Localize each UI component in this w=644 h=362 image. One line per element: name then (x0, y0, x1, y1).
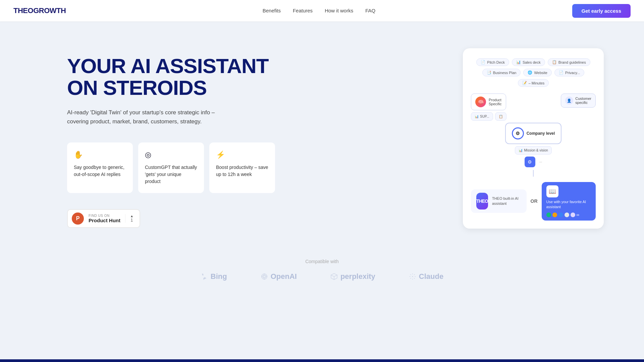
logo-growth: GROWTH (33, 6, 66, 15)
hero-right: 📄 Pitch Deck 📊 Sales deck 📋 Brand guidel… (463, 48, 604, 229)
ph-count: 1 (131, 218, 133, 223)
lightning-icon: ⚡ (216, 150, 268, 159)
hero-section: YOUR AI ASSISTANT ON STEROIDS AI-ready '… (0, 21, 644, 249)
feature-cards: ✋ Say goodbye to generic, out-of-scope A… (67, 142, 275, 193)
svg-point-1 (412, 276, 413, 277)
connector-line (533, 170, 534, 177)
get-early-access-button[interactable]: Get early access (572, 4, 631, 18)
claude-icon (409, 273, 416, 280)
chip-minutes: 📝 – Minutes (518, 79, 549, 87)
nav-links: Benefits Features How it works FAQ (263, 8, 375, 14)
ph-text: FIND US ON Product Hunt (89, 214, 120, 223)
ph-label: FIND US ON (89, 214, 120, 218)
theo-built-label: THEO built-in AI assistant (492, 196, 521, 206)
customer-specific-box: 👤 Customerspecific (561, 94, 596, 108)
theo-built-section: THEO THEO built-in AI assistant (471, 189, 527, 213)
bing-icon (201, 273, 208, 280)
or-divider: OR (529, 198, 539, 204)
ai-logos: ∞ (546, 213, 580, 217)
ph-upvote: ▲ 1 (125, 214, 133, 223)
perplexity-logo: perplexity (330, 272, 375, 281)
chip-business-plan: 📑 Business Plan (482, 69, 521, 76)
theo-section: THEO THEO built-in AI assistant OR 📖 Use… (471, 182, 596, 221)
hero-title: YOUR AI ASSISTANT ON STEROIDS (67, 55, 275, 99)
feature-text-1: CustomGPT that actually 'gets' your uniq… (145, 164, 197, 185)
company-icon: ⚙ (512, 127, 524, 139)
chip-brand-guidelines: 📋 Brand guidelines (548, 58, 590, 66)
feature-text-2: Boost productivity – save up to 12h a we… (216, 164, 268, 178)
compatible-label: Compatible with (0, 259, 644, 264)
logo: THEOGROWTH (13, 6, 66, 15)
feature-text-0: Say goodbye to generic, out-of-scope AI … (74, 164, 126, 178)
ai-dot-1 (546, 213, 551, 217)
sub-doc-1: 📊 SUP... (471, 112, 493, 121)
ai-dot-2 (552, 213, 557, 217)
product-specific-box: 🧠 ProductSpecific (471, 94, 506, 110)
navbar: THEOGROWTH Benefits Features How it work… (0, 0, 644, 21)
company-level-label: Company level (527, 131, 555, 136)
settings-icon: ⚙ (525, 157, 535, 167)
compatible-section: Compatible with Bing OpenAI (0, 249, 644, 301)
openai-icon (261, 273, 268, 280)
mission-vision-box: 📊 Mission & vision (515, 146, 552, 155)
openai-logo: OpenAI (261, 272, 297, 281)
feature-card-0: ✋ Say goodbye to generic, out-of-scope A… (67, 142, 133, 193)
claude-logo: Claude (409, 272, 443, 281)
feature-card-1: ◎ CustomGPT that actually 'gets' your un… (138, 142, 204, 193)
circle-icon: ◎ (145, 150, 197, 159)
doc-chips: 📄 Pitch Deck 📊 Sales deck 📋 Brand guidel… (471, 58, 596, 87)
hero-left: YOUR AI ASSISTANT ON STEROIDS AI-ready '… (67, 48, 275, 228)
nav-benefits[interactable]: Benefits (263, 8, 281, 13)
ai-dot-3 (558, 213, 563, 217)
perplexity-icon (330, 273, 338, 280)
brand-logos: Bing OpenAI perplexity (0, 272, 644, 281)
ai-dot-5 (571, 213, 575, 217)
fav-label: Use with your favorite AI assistant (546, 199, 591, 210)
ph-name: Product Hunt (89, 218, 120, 223)
logo-theo: THEO (13, 6, 33, 15)
nav-faq[interactable]: FAQ (365, 8, 375, 13)
feature-card-2: ⚡ Boost productivity – save up to 12h a … (209, 142, 275, 193)
nav-features[interactable]: Features (293, 8, 313, 13)
chip-website: 🌐 Website (523, 69, 552, 76)
fav-assistant-section: 📖 Use with your favorite AI assistant ∞ (542, 182, 596, 221)
infinity-icon: ∞ (577, 213, 580, 217)
chip-pitch-deck: 📄 Pitch Deck (476, 58, 509, 66)
product-hunt-badge[interactable]: P FIND US ON Product Hunt ▲ 1 (67, 209, 140, 228)
chip-sales-deck: 📊 Sales deck (512, 58, 545, 66)
company-level-box: ⚙ Company level (505, 123, 562, 144)
product-icon: 🧠 (475, 97, 486, 107)
ph-arrow-icon: ▲ (130, 214, 133, 218)
bing-logo: Bing (201, 272, 227, 281)
sub-doc-2: 📋 (495, 112, 506, 121)
ph-icon: P (72, 213, 84, 225)
nav-how-it-works[interactable]: How it works (325, 8, 353, 13)
svg-point-0 (261, 274, 267, 280)
ai-dot-4 (565, 213, 569, 217)
diagram-card: 📄 Pitch Deck 📊 Sales deck 📋 Brand guidel… (463, 48, 604, 229)
theo-logo: THEO (476, 193, 488, 209)
footer-bar (0, 359, 644, 362)
flow-area: 🧠 ProductSpecific 👤 Customerspecific 📊 S… (471, 94, 596, 221)
chip-privacy: 📄 Privacy... (554, 69, 584, 76)
hand-icon: ✋ (74, 150, 126, 159)
hero-subtitle: AI-ready 'Digital Twin' of your startup'… (67, 108, 235, 126)
fav-icon: 📖 (546, 185, 558, 197)
